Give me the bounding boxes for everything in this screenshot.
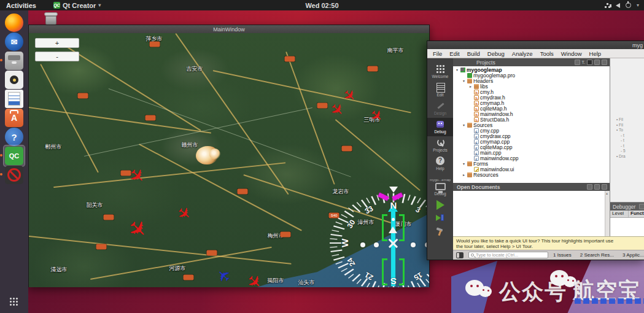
debug-run-button[interactable] [436,214,444,222]
tree-item-mainwindow-cpp[interactable]: cmainwindow.cpp [453,155,610,161]
open-documents-title: Open Documents [456,184,585,190]
dock-item-media[interactable] [5,71,23,89]
tree-item-headers[interactable]: ▾Headers [453,78,610,83]
split-icon[interactable] [594,60,600,65]
cpp-file-icon: c [474,128,479,133]
map-canvas[interactable]: 萍乡市南平市吉安市三明市郴州市赣州市龙岩市韶关市漳州市厦门市梅州市清远市河源市揭… [29,33,429,287]
debugger-table-body[interactable] [610,218,644,236]
power-icon[interactable] [626,2,631,8]
expand-arrow-icon[interactable]: ▸ [462,172,466,177]
mode-debug[interactable]: Debug [427,118,453,136]
tree-item-cmydraw-h[interactable]: hcmydraw.h [453,95,610,100]
editor-area[interactable]: • Fil• Fil• To- t- t- t- 5• Dra [610,58,644,202]
dock-item-thunderbird[interactable]: ✉ [5,33,23,51]
dock-item-firefox[interactable] [5,14,23,32]
tree-item-cmymap-cpp[interactable]: ccmymap.cpp [453,139,610,144]
mode-help[interactable]: ?Help [427,155,453,173]
tree-item-cmy-h[interactable]: hcmy.h [453,89,610,95]
sidebar-toggle-icon[interactable] [456,252,464,258]
mode-welcome[interactable]: Welcome [427,63,453,81]
collapse-arrow-icon[interactable]: ▾ [455,68,459,72]
column-level[interactable]: Level [610,211,629,217]
menu-help[interactable]: Help [586,50,605,57]
clock[interactable]: Wed 02:50 [0,2,644,9]
tree-item-mainwindow-ui[interactable]: mainwindow.ui [453,166,610,172]
locator-input[interactable]: Type to locate (Ctrl... [468,252,548,258]
sync-icon[interactable] [575,60,580,65]
split-icon[interactable] [594,184,600,190]
filter-icon[interactable]: T. [582,60,585,64]
tree-item-main-cpp[interactable]: cmain.cpp [453,150,610,155]
tree-item-forms[interactable]: ▾Forms [453,161,610,166]
red-aircraft-icon[interactable]: ✈ [123,215,152,244]
menu-tools[interactable]: Tools [537,50,557,57]
pane-menu-icon[interactable] [639,204,644,209]
build-button[interactable] [435,227,445,236]
output-panel-button[interactable]: 1 Issues [553,252,572,258]
red-aircraft-icon[interactable]: ✈ [243,271,265,287]
mode-projects[interactable]: Projects [427,136,453,155]
scrollbar[interactable] [605,191,610,236]
menu-analyze[interactable]: Analyze [509,50,536,57]
qt-creator-icon: QC [5,147,23,165]
tree-item-cmy-cpp[interactable]: ccmy.cpp [453,128,610,133]
tree-item-cqlitemap-cpp[interactable]: ccqliteMap.cpp [453,144,610,150]
collapse-arrow-icon[interactable]: ▾ [462,123,466,127]
mode-edit[interactable]: Edit [427,81,453,99]
menu-window[interactable]: Window [558,50,585,57]
show-applications-button[interactable] [10,298,18,306]
menu-file[interactable]: File [430,50,445,57]
road-shield [238,189,248,195]
kit-selector[interactable]: mygo...emapDebug [430,178,451,196]
column-function[interactable]: Funct [629,211,644,217]
output-panel-button[interactable]: 2 Search Res... [580,252,614,258]
mainwindow-titlebar[interactable]: MainWindow [29,25,429,33]
city-label: 韶关市 [87,201,103,209]
course-needle [391,211,395,286]
mode-label: Debug [434,129,446,134]
dock-item-help[interactable]: ? [5,128,23,146]
expand-arrow-icon[interactable]: ▸ [468,84,473,88]
red-aircraft-icon[interactable]: ✈ [125,164,149,188]
dock-item-qtc[interactable]: QC [5,147,23,165]
menu-debug[interactable]: Debug [484,50,508,57]
dock-item-recorder[interactable] [5,166,23,184]
dock-item-writer[interactable] [5,90,23,108]
tree-item-cmymap-h[interactable]: hcmymap.h [453,100,610,106]
screen-recorder-icon [5,166,23,184]
blue-aircraft-icon[interactable]: ✈ [214,265,235,286]
menu-edit[interactable]: Edit [446,50,462,57]
red-aircraft-icon[interactable]: ✈ [174,203,194,224]
collapse-arrow-icon[interactable]: ▾ [462,161,466,166]
projects-pane-header: Projects T. [453,58,610,66]
close-pane-icon[interactable] [602,184,607,190]
map-zoom-out-button[interactable]: - [35,52,79,61]
ui-tour-info-bar[interactable]: Would you like to take a quick UI tour? … [453,236,644,250]
tree-item-cmydraw-cpp[interactable]: ccmydraw.cpp [453,133,610,139]
tree-item-mainwindow-h[interactable]: hmainwindow.h [453,111,610,117]
qt-creator-titlebar[interactable]: myg [427,41,644,49]
link-icon[interactable] [587,60,592,65]
close-pane-icon[interactable] [602,60,607,65]
menubar: FileEditBuildDebugAnalyzeToolsWindowHelp [427,49,644,58]
open-documents-list[interactable] [453,191,610,236]
map-zoom-in-button[interactable]: + [35,38,79,48]
output-panel-button[interactable]: 3 Applic... [623,252,644,258]
tree-item-sources[interactable]: ▾Sources [453,122,610,128]
tree-item-resources[interactable]: ▸Resources [453,172,610,177]
collapse-arrow-icon[interactable]: ▾ [462,79,466,83]
run-button[interactable] [436,200,444,210]
dock-item-software[interactable]: A [5,109,23,127]
volume-icon[interactable] [616,3,620,8]
chevron-down-icon[interactable]: ▾ [637,2,639,8]
dock-item-files[interactable] [5,52,23,70]
tree-item-cqlitemap-h[interactable]: hcqliteMap.h [453,106,610,111]
deviation-dot [360,242,365,247]
filter-icon[interactable] [587,184,592,190]
tree-item-structdata-h[interactable]: hStructData.h [453,117,610,122]
road-shield [207,250,217,256]
menu-build[interactable]: Build [464,50,483,57]
tree-item-libs[interactable]: ▸libs [453,83,610,89]
cpp-file-icon: c [474,156,479,161]
monitor-icon [435,183,446,190]
